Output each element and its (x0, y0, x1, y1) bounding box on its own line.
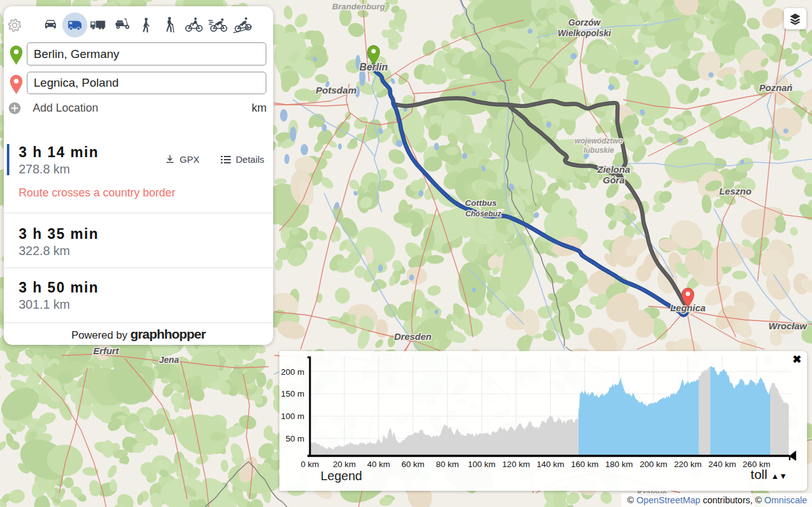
svg-text:Wrocław: Wrocław (768, 321, 808, 331)
svg-text:Leszno: Leszno (719, 186, 752, 196)
svg-text:60 km: 60 km (402, 460, 425, 469)
svg-text:Potsdam: Potsdam (316, 85, 357, 95)
svg-text:160 km: 160 km (571, 460, 598, 469)
svg-text:Dresden: Dresden (394, 331, 432, 342)
svg-text:180 km: 180 km (606, 460, 633, 469)
svg-text:lubuskie: lubuskie (584, 146, 614, 155)
svg-text:Gorzów: Gorzów (568, 17, 601, 27)
svg-text:Brandenburg: Brandenburg (332, 2, 386, 11)
svg-text:województwo: województwo (574, 137, 622, 145)
svg-text:20 km: 20 km (333, 460, 356, 469)
svg-text:40 km: 40 km (367, 460, 390, 469)
svg-text:Zielona: Zielona (597, 164, 631, 175)
svg-text:200 m: 200 m (281, 367, 304, 377)
svg-text:200 km: 200 km (640, 460, 667, 469)
svg-text:Jena: Jena (159, 355, 179, 365)
svg-text:Chóśebuz: Chóśebuz (465, 210, 501, 218)
svg-text:120 km: 120 km (502, 460, 529, 469)
svg-text:50 m: 50 m (286, 434, 304, 443)
svg-text:220 km: 220 km (674, 460, 702, 469)
svg-text:140 km: 140 km (536, 460, 564, 469)
svg-text:Poznań: Poznań (759, 82, 792, 93)
svg-text:80 km: 80 km (436, 460, 459, 469)
svg-text:0 km: 0 km (301, 460, 319, 469)
svg-text:Cottbus: Cottbus (465, 198, 497, 208)
svg-text:100 m: 100 m (281, 412, 304, 421)
svg-text:100 km: 100 km (468, 460, 495, 469)
svg-text:240 km: 240 km (708, 460, 736, 469)
svg-text:Wielkopolski: Wielkopolski (558, 28, 612, 38)
svg-text:Góra: Góra (602, 175, 624, 185)
svg-text:Erfurt: Erfurt (94, 345, 120, 356)
svg-text:150 m: 150 m (281, 389, 304, 398)
